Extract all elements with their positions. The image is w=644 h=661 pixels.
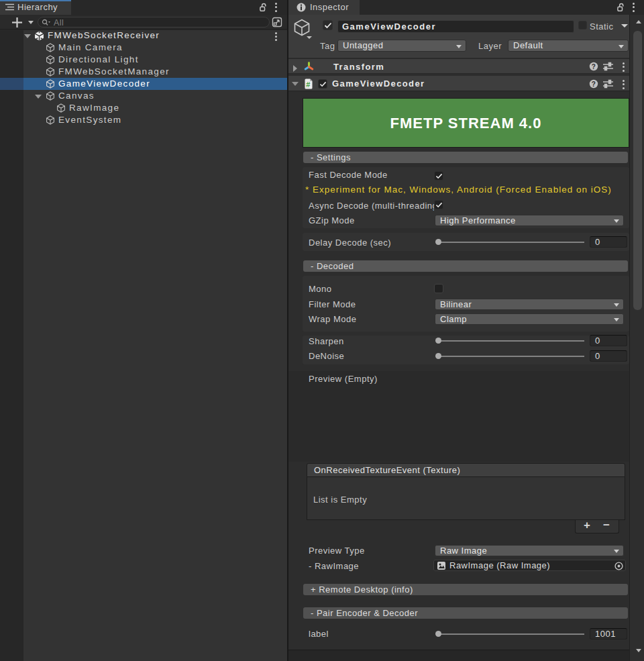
svg-text:?: ? <box>592 81 596 88</box>
svg-text:?: ? <box>592 63 596 70</box>
svg-text:#: # <box>306 80 311 88</box>
